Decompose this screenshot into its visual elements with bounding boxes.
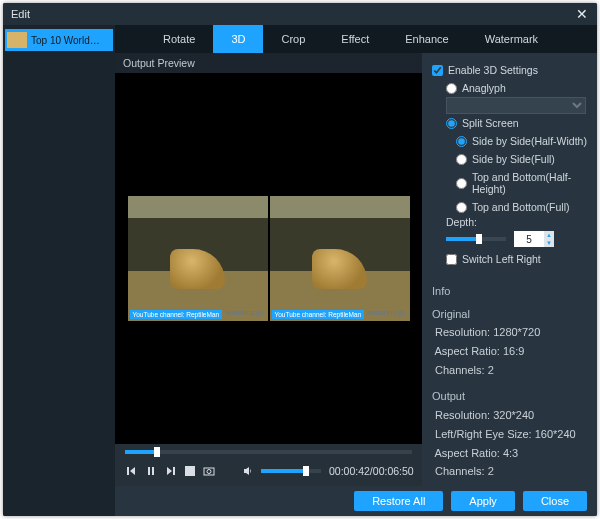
next-frame-icon[interactable] xyxy=(165,464,177,478)
tab-rotate[interactable]: Rotate xyxy=(145,25,213,53)
split-screen-radio[interactable]: Split Screen xyxy=(446,117,587,129)
preview-right-eye: YouTube channel: ReptileMan watchmojo xyxy=(270,196,410,321)
prev-frame-icon[interactable] xyxy=(125,464,137,478)
snapshot-icon[interactable] xyxy=(203,464,215,478)
preview-header: Output Preview xyxy=(115,53,422,73)
svg-rect-0 xyxy=(185,466,195,476)
tab-enhance[interactable]: Enhance xyxy=(387,25,466,53)
video-preview: YouTube channel: ReptileMan watchmojo Yo… xyxy=(115,73,422,444)
depth-slider[interactable] xyxy=(446,237,506,241)
volume-icon[interactable] xyxy=(241,464,255,478)
player-controls: 00:00:42/00:06:50 xyxy=(115,444,422,486)
depth-spinner[interactable]: 5 ▲▼ xyxy=(514,231,554,247)
channel-badge: YouTube channel: ReptileMan xyxy=(272,310,365,319)
switch-lr-checkbox[interactable]: Switch Left Right xyxy=(446,253,587,265)
sbs-half-radio[interactable]: Side by Side(Half-Width) xyxy=(456,135,587,147)
channel-badge: YouTube channel: ReptileMan xyxy=(130,310,223,319)
enable-3d-checkbox[interactable]: Enable 3D Settings xyxy=(432,64,587,76)
tab-watermark[interactable]: Watermark xyxy=(467,25,556,53)
watermark-text: watchmojo xyxy=(367,308,405,317)
apply-button[interactable]: Apply xyxy=(451,491,515,511)
sidebar: Top 10 World… xyxy=(3,25,115,516)
preview-left-eye: YouTube channel: ReptileMan watchmojo xyxy=(128,196,268,321)
tab-effect[interactable]: Effect xyxy=(323,25,387,53)
tab-bar: Rotate 3D Crop Effect Enhance Watermark xyxy=(115,25,597,53)
pause-icon[interactable] xyxy=(145,464,157,478)
stop-icon[interactable] xyxy=(185,464,195,478)
volume-slider[interactable] xyxy=(261,469,321,473)
thumbnail-image xyxy=(7,32,27,48)
tab-crop[interactable]: Crop xyxy=(263,25,323,53)
spinner-up-icon[interactable]: ▲ xyxy=(544,231,554,239)
info-block: Info Original Resolution: 1280*720 Aspec… xyxy=(432,282,587,481)
sidebar-item-video[interactable]: Top 10 World… xyxy=(5,29,113,51)
thumbnail-label: Top 10 World… xyxy=(31,35,100,46)
depth-label: Depth: xyxy=(446,216,587,228)
spinner-down-icon[interactable]: ▼ xyxy=(544,239,554,247)
watermark-text: watchmojo xyxy=(225,308,263,317)
window-title: Edit xyxy=(11,8,30,20)
svg-point-2 xyxy=(207,470,211,474)
tb-half-radio[interactable]: Top and Bottom(Half-Height) xyxy=(456,171,587,195)
settings-panel: Enable 3D Settings Anaglyph Red/cyan ana… xyxy=(422,53,597,486)
tab-3d[interactable]: 3D xyxy=(213,25,263,53)
anaglyph-select: Red/cyan anaglyph, full color xyxy=(446,97,586,114)
close-icon[interactable]: ✕ xyxy=(575,7,589,21)
sbs-full-radio[interactable]: Side by Side(Full) xyxy=(456,153,587,165)
tb-full-radio[interactable]: Top and Bottom(Full) xyxy=(456,201,587,213)
anaglyph-radio[interactable]: Anaglyph xyxy=(446,82,587,94)
restore-all-button[interactable]: Restore All xyxy=(354,491,443,511)
seek-bar[interactable] xyxy=(125,450,412,454)
footer: Restore All Apply Close xyxy=(115,486,597,516)
time-display: 00:00:42/00:06:50 xyxy=(329,465,414,477)
close-button[interactable]: Close xyxy=(523,491,587,511)
